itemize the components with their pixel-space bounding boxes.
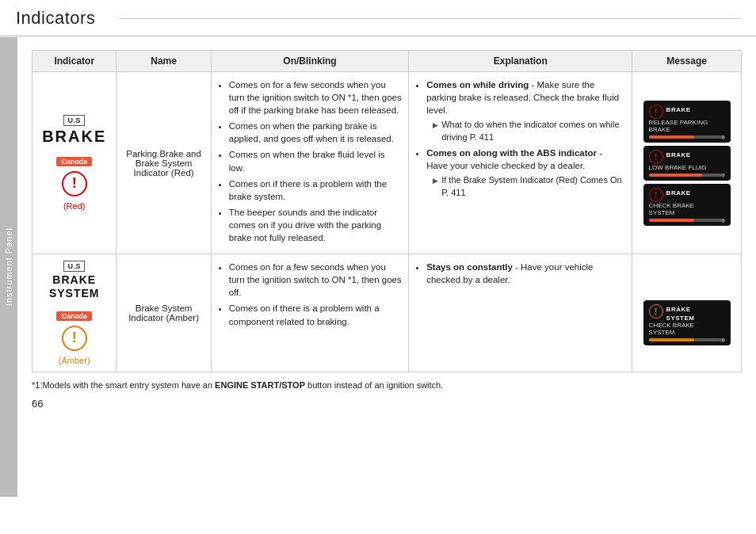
msg-icon-amber	[649, 304, 663, 318]
msg-body: RELEASE PARKINGBRAKE	[649, 119, 725, 133]
list-item: Comes on if there is a problem with a co…	[229, 302, 402, 327]
list-item: Comes on for a few seconds when you turn…	[229, 261, 402, 299]
on-blinking-list-amber: Comes on for a few seconds when you turn…	[218, 261, 402, 327]
color-label-red: (Red)	[63, 201, 86, 211]
msg-icon-red-2	[649, 150, 663, 164]
message-cell-brake-amber: BRAKESYSTEM CHECK BRAKESYSTEM 6	[632, 254, 742, 372]
list-item: Comes on for a few seconds when you turn…	[229, 78, 402, 116]
list-item: The beeper sounds and the indicator come…	[229, 206, 402, 244]
brake-system-text: BRAKESYSTEM	[39, 273, 109, 300]
see-ref: What to do when the indicator comes on w…	[433, 119, 625, 143]
warning-icon-red	[62, 171, 87, 196]
message-box-amber: BRAKESYSTEM CHECK BRAKESYSTEM 6	[643, 300, 731, 345]
msg-label-amber: BRAKESYSTEM	[666, 306, 695, 322]
msg-body-2: LOW BRAKE FLUID	[649, 164, 725, 171]
name-cell-brake-amber: Brake System Indicator (Amber)	[116, 254, 211, 372]
explanation-bold: Comes on while driving	[426, 80, 529, 90]
on-blinking-cell-brake-amber: Comes on for a few seconds when you turn…	[211, 254, 408, 372]
col-indicator: Indicator	[32, 51, 116, 72]
msg-icon-red	[649, 105, 663, 119]
progress-fill-3	[649, 219, 695, 222]
list-item: Comes on when the brake fluid level is l…	[229, 148, 402, 174]
explanation-list: Comes on while driving - Make sure the p…	[415, 78, 625, 199]
msg-body-3: CHECK BRAKESYSTEM	[649, 202, 725, 216]
progress-bar-amber: 6	[649, 338, 725, 341]
progress-fill-amber	[649, 338, 695, 341]
color-label-amber: (Amber)	[59, 356, 90, 365]
explanation-item: Comes on while driving - Make sure the p…	[426, 78, 625, 143]
page-header: Indicators	[0, 0, 756, 37]
footnote-text: *1:Models with the smart entry system ha…	[32, 380, 443, 390]
indicators-table: Indicator Name On/Blinking Explanation M…	[32, 50, 742, 372]
col-on-blinking: On/Blinking	[211, 51, 408, 72]
indicator-name-amber: Brake System Indicator (Amber)	[128, 303, 199, 322]
us-badge: U.S	[63, 115, 85, 126]
name-cell-brake-red: Parking Brake and Brake System Indicator…	[116, 72, 211, 254]
page-number: 66	[32, 398, 742, 410]
message-box-3: BRAKE CHECK BRAKESYSTEM 6	[643, 184, 731, 226]
message-box-2: BRAKE LOW BRAKE FLUID 7	[643, 146, 731, 181]
footnote: *1:Models with the smart entry system ha…	[32, 380, 742, 390]
progress-bar: 6	[649, 135, 725, 139]
progress-fill	[649, 135, 695, 139]
explanation-bold-amber: Stays on constantly	[426, 262, 513, 272]
msg-body-amber: CHECK BRAKESYSTEM	[649, 322, 725, 336]
col-message: Message	[632, 51, 742, 72]
explanation-cell-brake-amber: Stays on constantly - Have your vehicle …	[409, 254, 632, 372]
side-tab: Instrument Panel	[0, 37, 17, 497]
progress-bar-2: 7	[649, 174, 725, 177]
list-item: Comes on when the parking brake is appli…	[229, 120, 402, 145]
explanation-list-amber: Stays on constantly - Have your vehicle …	[415, 261, 625, 286]
footnote-bold: ENGINE START/STOP	[215, 380, 305, 390]
side-tab-label: Instrument Panel	[4, 227, 13, 306]
message-cell-brake-red: BRAKE RELEASE PARKINGBRAKE 6 BRAKE LOW B…	[632, 72, 742, 254]
explanation-item: Comes on along with the ABS indicator - …	[426, 147, 625, 199]
progress-bar-3: 6	[649, 219, 725, 222]
canada-badge-amber: Canada	[56, 311, 92, 321]
msg-icon-red-3	[649, 188, 663, 202]
table-row: U.S BRAKE Canada (Red) Parking Brake and…	[32, 72, 742, 254]
explanation-cell-brake-red: Comes on while driving - Make sure the p…	[409, 72, 632, 254]
us-badge-amber: U.S	[63, 261, 85, 272]
canada-badge: Canada	[56, 157, 92, 166]
main-content: Indicator Name On/Blinking Explanation M…	[17, 37, 756, 497]
see-ref: If the Brake System Indicator (Red) Come…	[433, 174, 625, 199]
on-blinking-cell-brake-red: Comes on for a few seconds when you turn…	[211, 72, 408, 254]
col-name: Name	[116, 51, 211, 72]
on-blinking-list: Comes on for a few seconds when you turn…	[218, 78, 402, 244]
progress-fill-2	[649, 174, 702, 177]
msg-label: BRAKE	[666, 106, 691, 113]
header-divider	[119, 18, 740, 19]
col-explanation: Explanation	[409, 51, 632, 72]
table-row: U.S BRAKESYSTEM Canada (Amber) Brake Sys…	[32, 254, 742, 372]
explanation-bold: Comes on along with the ABS indicator	[426, 148, 597, 158]
indicator-name: Parking Brake and Brake System Indicator…	[126, 149, 201, 177]
list-item: Comes on if there is a problem with the …	[229, 177, 402, 203]
msg-label-3: BRAKE	[666, 189, 691, 196]
page-title: Indicators	[16, 8, 95, 29]
brake-text: BRAKE	[39, 128, 109, 146]
msg-label-2: BRAKE	[666, 151, 691, 158]
indicator-cell-brake-red: U.S BRAKE Canada (Red)	[32, 72, 116, 254]
warning-icon-amber	[62, 326, 87, 351]
indicator-cell-brake-amber: U.S BRAKESYSTEM Canada (Amber)	[32, 254, 116, 372]
message-box-1: BRAKE RELEASE PARKINGBRAKE 6	[643, 101, 731, 143]
explanation-item-amber: Stays on constantly - Have your vehicle …	[426, 261, 625, 286]
